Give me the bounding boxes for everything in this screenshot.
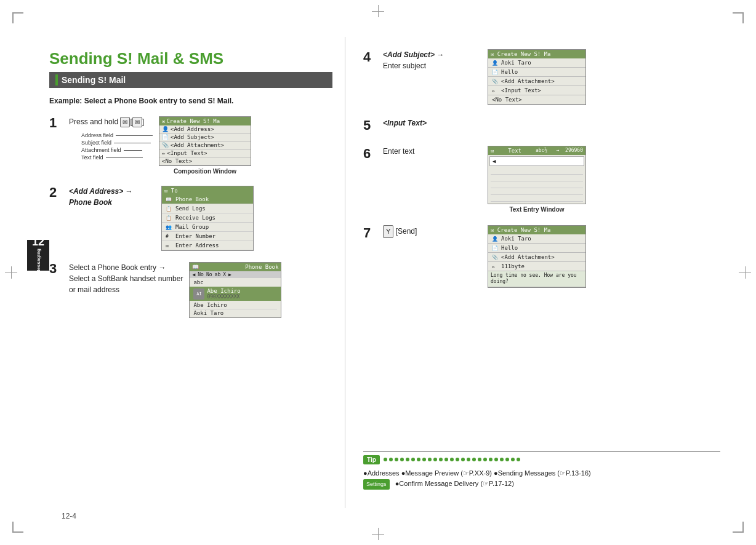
pb-entry-info: Abe Ichiro 090XXXXXXXX [207, 288, 240, 300]
corner-mark-br [733, 522, 744, 533]
screen6-row-111byte: ✏ 111byte [488, 262, 585, 271]
step-3-text-area: Select a Phone Book entry → Select a Sof… [69, 262, 183, 295]
tip-line-1: ●Addresses ●Message Preview (☞P.XX-9) ●S… [363, 468, 720, 479]
menu-item-phonebook: 📖 Phone Book [162, 195, 253, 204]
text-header-icon: ✉ [491, 148, 494, 154]
tip-line-2: Settings ●Confirm Message Delivery (☞P.1… [363, 479, 720, 490]
step-1-inner: Press and hold ✉[✉] Address field Subjec… [69, 116, 332, 175]
input-text: <Input Text> [167, 150, 207, 156]
text-entry-screen: ✉ Text abc½ → 296960 ◀ [488, 146, 586, 204]
tip-dot-19 [483, 458, 487, 461]
screen4-doc-icon: 📄 [492, 70, 499, 75]
tip-dot-8 [422, 458, 426, 461]
section-badge: 12 Messaging [27, 240, 49, 271]
step-4-text-area: <Add Subject> → Enter subject [383, 49, 481, 71]
step-7-inner: Y [Send] ✉ Create New S! Ma 👤 Aoki Taro [383, 225, 720, 288]
field-label-address-text: Address field [81, 132, 113, 138]
field-label-subject: Subject field [81, 140, 153, 146]
pb-nav-left: ◀ [192, 272, 195, 277]
screen4-hello: Hello [501, 69, 518, 75]
screen4-header: ✉ Create New S! Ma [488, 50, 585, 58]
screen4-aoki: Aoki Taro [501, 60, 531, 66]
screen6-row-attach: 📎 <Add Attachment> [488, 253, 585, 262]
pb-nav-right: ▶ [228, 272, 231, 277]
phonebook-label: Phone Book [175, 196, 209, 202]
step-7-text-area: Y [Send] [383, 225, 481, 238]
step-4-content: <Add Subject> → Enter subject ✉ Create N… [383, 49, 720, 105]
tip-dot-15 [461, 458, 465, 461]
pb-name-abe: Abe Ichiro [207, 288, 240, 294]
tip-dot-21 [494, 458, 498, 461]
step-6-inner: Enter text ✉ Text abc½ → 296960 ◀ [383, 146, 720, 213]
pb-bottom-section: Abe Ichiro Aoki Taro [190, 301, 281, 317]
main-title: Sending S! Mail & SMS [49, 49, 332, 68]
key-mail1: ✉ [120, 117, 130, 127]
crosshair-bottom [372, 528, 384, 540]
step-5: 5 <Input Text> [363, 117, 720, 133]
address-text: <Add Address> [171, 126, 214, 132]
text-lines [488, 167, 585, 204]
key-mail2: ✉ [132, 117, 142, 127]
step-4-subject: <Add Subject> [383, 50, 435, 59]
screen-row-input: ✏ <Input Text> [159, 149, 251, 157]
tip-dot-18 [478, 458, 481, 461]
pb-avatar: AI [193, 288, 204, 300]
screen6-input-icon: ✏ [492, 264, 499, 269]
right-column: 4 <Add Subject> → Enter subject ✉ Create… [363, 49, 720, 300]
pb-alpha-row: abc [190, 278, 281, 287]
field-label-attachment: Attachment field [81, 147, 153, 153]
tip-dot-12 [444, 458, 448, 461]
screen6-aoki: Aoki Taro [501, 236, 531, 242]
tip-dot-24 [511, 458, 515, 461]
settings-btn[interactable]: Settings [363, 479, 390, 489]
step-2: 2 <Add Address> → Phone Book ✉ To [49, 186, 332, 251]
screen4-row-attach: 📎 <Add Attachment> [488, 77, 585, 86]
tip-dot-5 [406, 458, 409, 461]
tip-dot-23 [505, 458, 509, 461]
tip-dot-13 [450, 458, 454, 461]
field-label-attachment-text: Attachment field [81, 147, 121, 153]
mailgroup-label: Mail Group [175, 224, 209, 230]
send-bracket: [Send] [396, 227, 417, 236]
screen6-doc-icon: 📄 [492, 245, 499, 251]
menu-item-enternumber: # Enter Number [162, 232, 253, 241]
pb-nav-x: X [223, 272, 226, 277]
menu-item-mailgroup: 👥 Mail Group [162, 223, 253, 232]
field-label-subject-text: Subject field [81, 140, 111, 146]
tip-dot-14 [456, 458, 459, 461]
section-title: Sending S! Mail [62, 75, 126, 85]
notext-text: <No Text> [162, 158, 192, 164]
step-2-phonebook: Phone Book [69, 198, 112, 207]
tip-dot-1 [384, 458, 387, 461]
subject-text: <Add Subject> [171, 134, 214, 140]
screen6-hello: Hello [501, 245, 518, 251]
tip-content: ●Addresses ●Message Preview (☞P.XX-9) ●S… [363, 468, 720, 490]
step-3-instruction: Select a Phone Book entry → Select a Sof… [69, 262, 183, 295]
step-6: 6 Enter text ✉ Text abc½ → 296960 ◀ [363, 146, 720, 213]
screen6: ✉ Create New S! Ma 👤 Aoki Taro 📄 Hello 📎 [488, 225, 586, 288]
send-key-icon: Y [386, 226, 390, 237]
tip-section: Tip [363, 451, 720, 490]
green-accent-bar [55, 74, 58, 86]
screen6-row-hello: 📄 Hello [488, 244, 585, 253]
screen-row-address: 👤 <Add Address> [159, 125, 251, 133]
step-2-inner: <Add Address> → Phone Book ✉ To 📖 Phone … [69, 186, 332, 251]
pb-header-icon: 📖 [192, 264, 199, 270]
step-7-instruction: Y [Send] [383, 225, 481, 238]
enteraddress-label: Enter Address [175, 242, 219, 249]
text-line-3 [491, 182, 583, 188]
text-cursor: ◀ [489, 156, 584, 166]
step-7-number: 7 [363, 225, 377, 241]
tip-dot-17 [472, 458, 476, 461]
screen4-row-aoki: 👤 Aoki Taro [488, 58, 585, 68]
pb-phone-abe: 090XXXXXXXX [207, 294, 240, 300]
text-line-4 [491, 189, 583, 195]
mail-icon: ✉ [162, 118, 165, 124]
step-6-content: Enter text ✉ Text abc½ → 296960 ◀ [383, 146, 720, 213]
step-4-number: 4 [363, 49, 377, 65]
field-label-text: Text field [81, 154, 153, 161]
screen6-111byte: 111byte [501, 263, 525, 269]
field-line-text [106, 157, 143, 158]
field-line-address [116, 135, 153, 136]
page-number: 12-4 [62, 512, 76, 520]
